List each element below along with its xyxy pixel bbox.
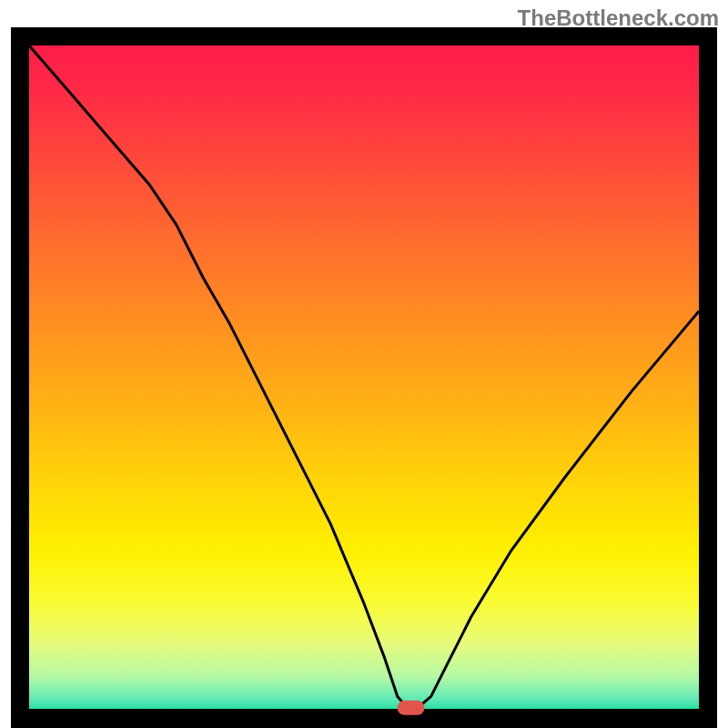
chart-marker <box>398 701 425 715</box>
chart-area <box>11 27 717 728</box>
chart-gradient-bg <box>29 46 699 710</box>
watermark-text: TheBottleneck.com <box>518 5 719 31</box>
bottleneck-chart <box>11 27 717 728</box>
